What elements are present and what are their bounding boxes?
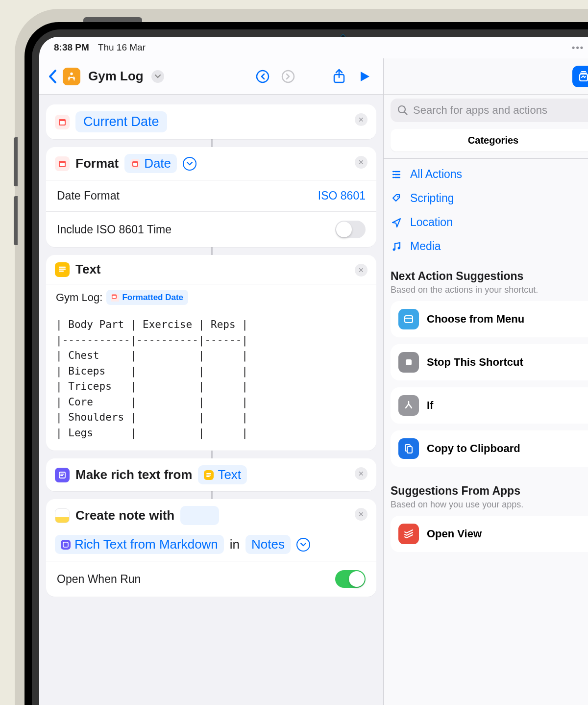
undo-button[interactable] (253, 67, 272, 86)
apps-suggestions-heading: Suggestions From Apps (391, 484, 588, 498)
segment-categories[interactable]: Categories (391, 129, 588, 151)
status-date: Thu 16 Mar (98, 42, 146, 53)
delete-action-button[interactable]: ✕ (355, 156, 368, 169)
suggestion-label: Copy to Clipboard (427, 442, 520, 455)
device-frame: 8:38 PM Thu 16 Mar ••• Gym Log (24, 22, 588, 705)
sidebar-item-label: Media (410, 240, 441, 253)
editor-canvas: Current Date ✕ Format (39, 95, 383, 705)
suggestion-copy-clipboard[interactable]: Copy to Clipboard (391, 430, 588, 467)
variable-date-token[interactable]: Date (124, 154, 177, 173)
svg-point-1 (257, 71, 269, 82)
redo-button[interactable] (278, 67, 298, 86)
delete-action-button[interactable]: ✕ (355, 113, 368, 126)
expand-options-button[interactable] (183, 157, 196, 171)
option-label: Include ISO 8601 Time (57, 223, 172, 236)
delete-action-button[interactable]: ✕ (355, 508, 368, 521)
sidebar-toolbar (383, 58, 588, 95)
screen: 8:38 PM Thu 16 Mar ••• Gym Log (39, 37, 588, 705)
option-label: Open When Run (57, 573, 141, 586)
search-placeholder: Search for apps and actions (413, 104, 547, 117)
suggestion-stop-shortcut[interactable]: Stop This Shortcut (391, 344, 588, 380)
open-when-run-option: Open When Run (46, 561, 376, 597)
svg-rect-6 (60, 121, 65, 125)
option-value[interactable]: ISO 8601 (318, 189, 366, 202)
status-bar: 8:38 PM Thu 16 Mar ••• (39, 37, 588, 58)
menu-icon (398, 309, 419, 329)
sidebar-item-media[interactable]: Media (391, 240, 588, 253)
sidebar-item-all-actions[interactable]: All Actions (391, 168, 588, 181)
token-current-date[interactable]: Current Date (75, 111, 167, 132)
next-suggestions-subtitle: Based on the actions in your shortcut. (391, 285, 588, 295)
formatted-date-token[interactable]: Formatted Date (106, 290, 188, 305)
suggestion-label: Open View (427, 528, 482, 540)
delete-action-button[interactable]: ✕ (355, 264, 368, 277)
variable-richtext-token[interactable]: Rich Text from Markdown (55, 535, 224, 554)
svg-rect-8 (60, 163, 65, 166)
suggestion-label: Stop This Shortcut (427, 356, 523, 369)
library-button[interactable] (572, 66, 588, 87)
calendar-icon (55, 156, 70, 171)
svg-rect-14 (63, 542, 68, 547)
expand-options-button[interactable] (296, 538, 310, 552)
empty-param-token[interactable] (180, 506, 219, 525)
svg-point-0 (70, 72, 73, 75)
sidebar-item-scripting[interactable]: Scripting (391, 192, 588, 205)
action-make-rich-text[interactable]: Make rich text from Text ✕ (46, 458, 376, 491)
stop-icon (398, 352, 419, 373)
multitask-dots[interactable]: ••• (572, 43, 584, 53)
shortcut-icon (63, 68, 80, 85)
action-format-date[interactable]: Format Date ✕ Dat (46, 147, 376, 247)
share-button[interactable] (329, 67, 349, 86)
svg-rect-4 (580, 74, 588, 81)
action-label: Text (75, 262, 101, 277)
svg-rect-20 (406, 359, 412, 365)
option-label: Date Format (57, 189, 120, 202)
suggestion-label: If (427, 399, 433, 412)
delete-action-button[interactable]: ✕ (355, 467, 368, 480)
search-icon (397, 105, 408, 116)
apps-suggestions-subtitle: Based on how you use your apps. (391, 500, 588, 510)
suggestion-choose-from-menu[interactable]: Choose from Menu (391, 301, 588, 337)
shortcut-title[interactable]: Gym Log (88, 69, 144, 84)
svg-rect-19 (405, 316, 413, 323)
volume-down-button[interactable] (14, 196, 18, 245)
volume-up-button[interactable] (14, 137, 18, 186)
suggestion-label: Choose from Menu (427, 313, 524, 326)
location-icon (391, 217, 402, 228)
destination-token[interactable]: Notes (245, 535, 291, 554)
text-content-field[interactable]: Gym Log: Formatted Date | Body Part | Ex… (46, 284, 376, 451)
suggestion-open-view[interactable]: Open View (391, 516, 588, 552)
text-micro-icon (204, 470, 214, 480)
svg-rect-22 (407, 447, 412, 453)
run-button[interactable] (355, 67, 374, 86)
status-time: 8:38 PM (54, 42, 89, 53)
action-text[interactable]: Text ✕ Gym Log: Formatted Date (46, 255, 376, 451)
tag-icon (391, 193, 402, 204)
sidebar-item-label: Location (410, 216, 453, 229)
text-icon (55, 262, 70, 277)
action-current-date[interactable]: Current Date ✕ (46, 104, 376, 139)
open-when-run-toggle[interactable] (335, 570, 366, 588)
suggestion-if[interactable]: If (391, 387, 588, 424)
music-icon (391, 241, 402, 252)
svg-point-17 (393, 248, 395, 251)
variable-text-token[interactable]: Text (198, 465, 247, 484)
editor-toolbar: Gym Log (39, 58, 383, 95)
action-label: Create note with (75, 508, 174, 523)
svg-point-16 (397, 196, 399, 197)
todoist-icon (398, 524, 419, 544)
back-button[interactable] (48, 69, 57, 84)
actions-sidebar: Search for apps and actions Categories A… (383, 95, 588, 705)
date-format-option[interactable]: Date Format ISO 8601 (46, 180, 376, 211)
markdown-table[interactable]: | Body Part | Exercise | Reps | |-------… (56, 317, 367, 441)
title-menu-button[interactable] (151, 70, 164, 83)
next-suggestions-heading: Next Action Suggestions (391, 270, 588, 283)
richtext-icon (55, 468, 70, 482)
svg-rect-10 (133, 163, 137, 166)
list-icon (391, 169, 402, 180)
include-time-toggle[interactable] (335, 221, 366, 238)
sidebar-item-location[interactable]: Location (391, 216, 588, 229)
search-input[interactable]: Search for apps and actions (391, 99, 588, 122)
action-create-note[interactable]: Create note with Rich Text from Markdown… (46, 499, 376, 597)
calendar-icon (55, 115, 70, 129)
